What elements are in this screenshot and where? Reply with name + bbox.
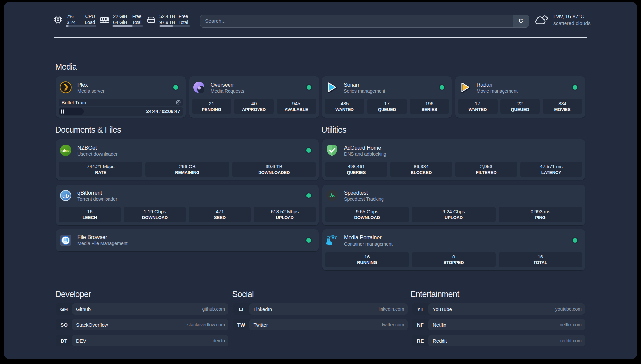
svg-text:qb: qb <box>62 192 69 199</box>
svg-text:nzbget: nzbget <box>61 149 71 152</box>
